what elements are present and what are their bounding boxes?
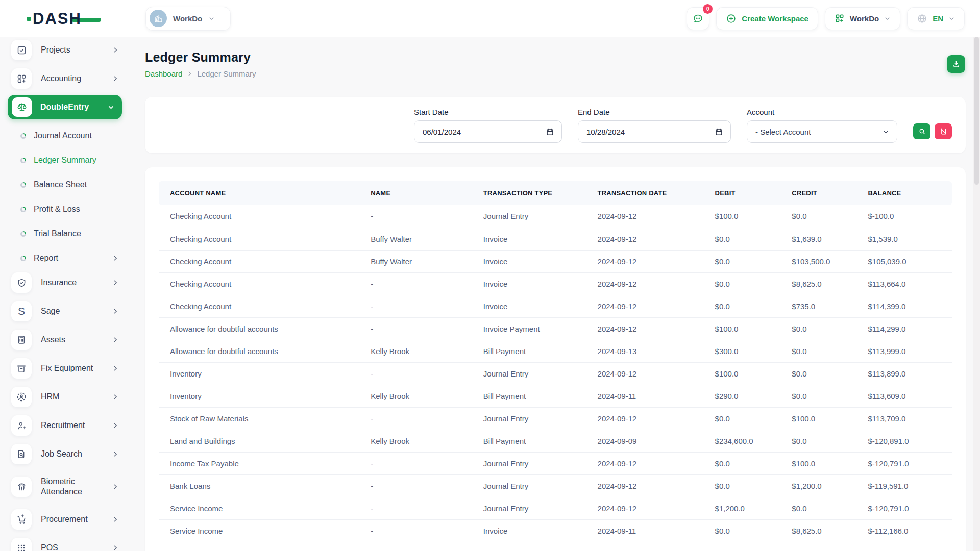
workspace-selector[interactable]: WorkDo — [145, 7, 231, 31]
table-cell: $1,200.0 — [704, 497, 781, 519]
sidebar-item-insurance[interactable]: Insurance — [0, 270, 126, 295]
search-button[interactable] — [913, 123, 930, 139]
table-cell: $0.0 — [704, 295, 781, 317]
start-date-value: 06/01/2024 — [423, 128, 546, 136]
table-cell: Invoice — [472, 250, 586, 272]
table-cell: Bill Payment — [472, 430, 586, 452]
chevron-right-icon — [112, 279, 119, 286]
table-row: Checking Account-Invoice2024-09-12$0.0$7… — [159, 295, 952, 317]
sidebar-item-fix-equipment[interactable]: Fix Equipment — [0, 356, 126, 381]
sidebar-subitem-label: Report — [34, 254, 112, 263]
globe-icon — [917, 13, 927, 24]
sidebar-subitem-label: Journal Account — [34, 131, 131, 140]
table-cell: - — [359, 272, 472, 295]
table-cell: 2024-09-12 — [586, 250, 704, 272]
checkbox-icon — [11, 40, 32, 60]
table-cell: $-100.0 — [856, 205, 952, 228]
sidebar-item-biometric-attendance[interactable]: Biometric Attendance — [0, 470, 126, 503]
sidebar-item-accounting[interactable]: Accounting — [0, 66, 126, 91]
dots-grid-icon — [11, 538, 32, 551]
archive-icon — [11, 358, 32, 379]
bullet-icon — [20, 182, 26, 188]
breadcrumb-dashboard-link[interactable]: Dashboard — [145, 69, 182, 78]
sidebar-item-doubleentry[interactable]: DoubleEntry — [8, 95, 122, 119]
table-cell: 2024-09-12 — [586, 295, 704, 317]
shield-icon — [11, 272, 32, 293]
sidebar-item-pos[interactable]: POS — [0, 536, 126, 551]
table-cell: $0.0 — [780, 205, 856, 228]
table-row: Service Income-Invoice2024-09-11$0.0$8,6… — [159, 519, 952, 542]
messages-button[interactable]: 0 — [687, 7, 709, 30]
table-cell: Buffy Walter — [359, 250, 472, 272]
sidebar-subitem-trial-balance[interactable]: Trial Balance — [0, 221, 131, 246]
table-cell: 2024-09-11 — [586, 385, 704, 407]
account-select[interactable]: - Select Account — [747, 120, 897, 143]
bullet-icon — [20, 231, 26, 237]
chevron-down-icon — [948, 15, 955, 22]
create-workspace-button[interactable]: Create Workspace — [716, 7, 818, 30]
table-cell: - — [359, 362, 472, 385]
sidebar-subitem-balance-sheet[interactable]: Balance Sheet — [0, 172, 131, 197]
table-cell: Invoice Payment — [472, 317, 586, 340]
chevron-right-icon — [112, 393, 119, 400]
table-cell: - — [359, 317, 472, 340]
workdo-menu-button[interactable]: WorkDo — [825, 7, 900, 30]
chevron-right-icon — [112, 516, 119, 523]
filter-buttons — [913, 123, 952, 139]
table-cell: Income Tax Payable — [159, 452, 359, 474]
table-cell: Invoice — [472, 228, 586, 250]
doc-search-icon — [11, 444, 32, 464]
ledger-table: ACCOUNT NAMENAMETRANSACTION TYPETRANSACT… — [159, 181, 952, 542]
table-cell: $290.0 — [704, 385, 781, 407]
table-cell: $1,200.0 — [780, 474, 856, 497]
table-row: Allowance for doubtful accountsKelly Bro… — [159, 340, 952, 362]
table-cell: Inventory — [159, 362, 359, 385]
download-button[interactable] — [947, 55, 965, 73]
table-cell: $100.0 — [780, 452, 856, 474]
sidebar-item-projects[interactable]: Projects — [0, 38, 126, 62]
start-date-label: Start Date — [414, 108, 562, 116]
table-cell: $-120,791.0 — [856, 497, 952, 519]
sidebar-item-label: HRM — [41, 392, 112, 402]
language-selector[interactable]: EN — [907, 7, 965, 30]
end-date-input[interactable]: 10/28/2024 — [578, 120, 731, 143]
reset-filter-button[interactable] — [935, 123, 952, 139]
table-cell: Stock of Raw Materials — [159, 407, 359, 430]
language-label: EN — [933, 14, 943, 23]
table-cell: $8,625.0 — [780, 519, 856, 542]
sidebar-item-label: Accounting — [41, 73, 112, 84]
scrollbar-thumb[interactable] — [974, 37, 979, 185]
sidebar-subitem-report[interactable]: Report — [0, 246, 131, 270]
table-cell: $0.0 — [780, 497, 856, 519]
table-cell: $0.0 — [780, 317, 856, 340]
dash-logo: DASH — [0, 11, 131, 27]
page-title: Ledger Summary — [145, 50, 966, 65]
sidebar-item-label: Biometric Attendance — [41, 477, 112, 497]
chevron-right-icon — [112, 365, 119, 372]
sidebar-subitem-ledger-summary[interactable]: Ledger Summary — [0, 148, 131, 172]
person-plus-icon — [11, 415, 32, 436]
sidebar-item-sage[interactable]: SSage — [0, 299, 126, 323]
sidebar-item-recruitment[interactable]: Recruitment — [0, 413, 126, 438]
sidebar-subitem-journal-account[interactable]: Journal Account — [0, 123, 131, 148]
chevron-right-icon — [112, 255, 119, 262]
sidebar-item-procurement[interactable]: Procurement — [0, 507, 126, 532]
sidebar-item-assets[interactable]: Assets — [0, 328, 126, 352]
calendar-icon[interactable] — [715, 128, 723, 136]
bullet-icon — [20, 133, 26, 139]
table-cell: $105,039.0 — [856, 250, 952, 272]
table-cell: Inventory — [159, 385, 359, 407]
table-cell: $-120,891.0 — [856, 430, 952, 452]
calendar-icon[interactable] — [546, 128, 554, 136]
sidebar-item-job-search[interactable]: Job Search — [0, 442, 126, 466]
chevron-right-icon — [112, 308, 119, 315]
sidebar-item-label: Projects — [41, 45, 112, 55]
table-cell: $0.0 — [704, 250, 781, 272]
sidebar-subitem-profit-loss[interactable]: Profit & Loss — [0, 197, 131, 221]
table-cell: $103,500.0 — [780, 250, 856, 272]
table-cell: Bill Payment — [472, 385, 586, 407]
end-date-label: End Date — [578, 108, 731, 116]
start-date-input[interactable]: 06/01/2024 — [414, 120, 562, 143]
sidebar-item-hrm[interactable]: HRM — [0, 385, 126, 409]
table-cell: $113,709.0 — [856, 407, 952, 430]
